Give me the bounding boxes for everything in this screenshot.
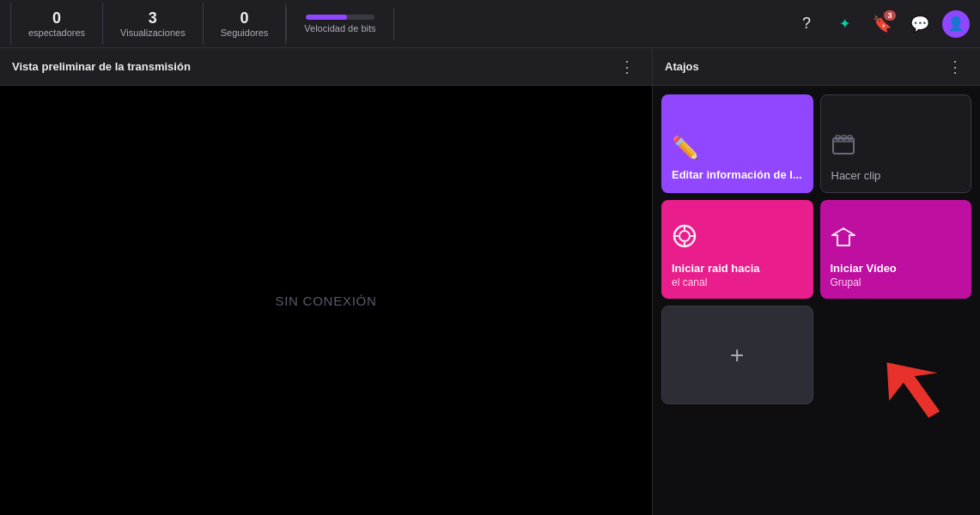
shortcut-card-hacer-clip[interactable]: Hacer clip: [820, 94, 972, 193]
shortcut-card-editar-info[interactable]: ✏️ Editar información de l...: [661, 94, 813, 193]
stream-panel-header: Vista preliminar de la transmisión ⋮: [0, 48, 652, 86]
espectadores-stat: 0 espectadores: [10, 3, 103, 45]
seguidores-number: 0: [240, 9, 248, 27]
stream-panel-title: Vista preliminar de la transmisión: [12, 60, 191, 73]
shortcut-card-add[interactable]: +: [661, 306, 813, 404]
bitrate-label: Velocidad de bits: [304, 23, 375, 33]
video-grupal-icon: [831, 227, 856, 255]
atajos-panel-more-button[interactable]: ⋮: [942, 56, 968, 78]
atajos-panel-title: Atajos: [665, 60, 699, 73]
bitrate-bar-container: [306, 15, 374, 20]
top-bar: 0 espectadores 3 Visualizaciones 0 Segui…: [0, 0, 980, 48]
top-bar-icons: ? ✦ 🔖 3 💬 👤: [791, 9, 970, 39]
atajos-panel: Atajos ⋮ ✏️ Editar información de l...: [652, 48, 980, 515]
saves-button[interactable]: 🔖 3: [867, 9, 898, 39]
more-icon: ⋮: [619, 58, 635, 76]
espectadores-label: espectadores: [28, 27, 85, 38]
stream-panel: Vista preliminar de la transmisión ⋮ SIN…: [0, 48, 652, 515]
iniciar-raid-label: Iniciar raid hacia: [672, 262, 760, 276]
visualizaciones-number: 3: [149, 9, 157, 27]
chat-button[interactable]: 💬: [904, 9, 935, 39]
hacer-clip-label: Hacer clip: [831, 169, 881, 182]
saves-badge: 3: [884, 10, 896, 21]
visualizaciones-label: Visualizaciones: [120, 27, 186, 38]
editar-info-icon: ✏️: [672, 135, 699, 161]
stream-preview-area: SIN CONEXIÓN: [0, 86, 652, 515]
avatar-icon: 👤: [947, 15, 965, 32]
chat-icon: 💬: [910, 15, 929, 33]
iniciar-raid-icon: [672, 223, 697, 255]
atajos-more-icon: ⋮: [947, 58, 963, 76]
add-icon: +: [730, 342, 744, 369]
shortcut-card-video-grupal[interactable]: Iniciar Vídeo Grupal: [820, 200, 972, 299]
avatar[interactable]: 👤: [942, 10, 970, 38]
video-grupal-label: Iniciar Vídeo: [831, 262, 897, 276]
video-grupal-sublabel: Grupal: [831, 276, 861, 288]
help-button[interactable]: ?: [791, 9, 822, 39]
bitrate-bar: [306, 15, 347, 20]
seguidores-label: Seguidores: [221, 27, 269, 38]
hacer-clip-icon: [831, 133, 855, 162]
sparkle-icon: ✦: [839, 15, 850, 32]
svg-point-6: [679, 231, 690, 241]
main-content: Vista preliminar de la transmisión ⋮ SIN…: [0, 48, 980, 515]
espectadores-number: 0: [52, 9, 61, 27]
no-connection-label: SIN CONEXIÓN: [275, 294, 376, 308]
seguidores-stat: 0 Seguidores: [204, 3, 287, 45]
stream-panel-more-button[interactable]: ⋮: [614, 56, 640, 78]
help-icon: ?: [802, 15, 811, 33]
shortcuts-grid: ✏️ Editar información de l...: [653, 86, 980, 413]
visualizaciones-stat: 3 Visualizaciones: [103, 3, 204, 45]
shortcuts-grid-wrapper: ✏️ Editar información de l...: [653, 86, 980, 515]
editar-info-label: Editar información de l...: [672, 168, 802, 183]
iniciar-raid-sublabel: el canal: [672, 276, 707, 288]
shortcut-card-iniciar-raid[interactable]: Iniciar raid hacia el canal: [661, 200, 813, 299]
stat-group: 0 espectadores 3 Visualizaciones 0 Segui…: [10, 3, 394, 45]
atajos-panel-header: Atajos ⋮: [653, 48, 980, 86]
sparkle-button[interactable]: ✦: [829, 9, 860, 39]
bitrate-stat: Velocidad de bits: [286, 8, 393, 40]
